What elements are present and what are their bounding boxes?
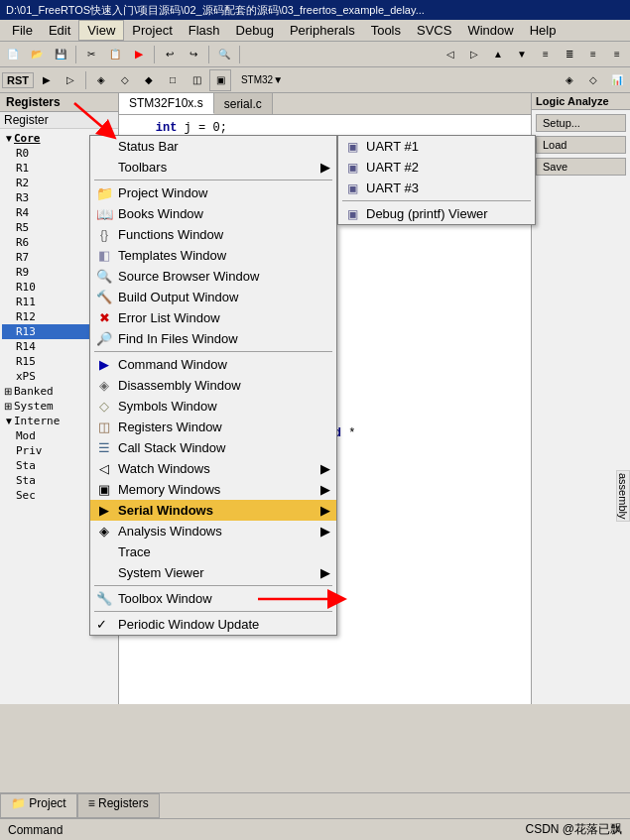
menu-tools[interactable]: Tools bbox=[363, 21, 409, 40]
watch-icon: ◁ bbox=[94, 461, 114, 476]
undo-btn[interactable]: ↩ bbox=[159, 44, 181, 65]
drop-serial-windows[interactable]: ▶ Serial Windows ▶ bbox=[90, 500, 336, 521]
sub-uart2[interactable]: ▣ UART #2 bbox=[338, 157, 535, 178]
menu-peripherals[interactable]: Peripherals bbox=[282, 21, 363, 40]
analysis-arrow: ▶ bbox=[313, 524, 330, 539]
open-btn[interactable]: 📂 bbox=[26, 44, 48, 65]
drop-project-window[interactable]: 📁 Project Window bbox=[90, 182, 336, 203]
chip-btn[interactable]: STM32▼ bbox=[237, 69, 287, 91]
debug-btn4[interactable]: □ bbox=[162, 69, 184, 91]
tab-serial[interactable]: serial.c bbox=[214, 93, 273, 114]
drop-periodic-update[interactable]: ✓ Periodic Window Update bbox=[90, 614, 336, 635]
tb-btn-3[interactable]: ▲ bbox=[487, 44, 509, 65]
step-btn[interactable]: ▶ bbox=[36, 69, 58, 91]
paste-btn[interactable]: ▶ bbox=[128, 44, 150, 65]
tb-btn-8[interactable]: ≡ bbox=[606, 44, 628, 65]
tab-project[interactable]: 📁 Project bbox=[0, 793, 77, 818]
debug-btn2[interactable]: ◇ bbox=[114, 69, 136, 91]
rst-btn[interactable]: RST bbox=[2, 72, 34, 88]
run-btn[interactable]: ▷ bbox=[60, 69, 81, 91]
drop-watch-windows[interactable]: ◁ Watch Windows ▶ bbox=[90, 458, 336, 479]
tab-bar: STM32F10x.s serial.c bbox=[119, 93, 531, 115]
toolbar-2: RST ▶ ▷ ◈ ◇ ◆ □ ◫ ▣ STM32▼ ◈ ◇ 📊 bbox=[0, 67, 630, 93]
copy-btn[interactable]: 📋 bbox=[104, 44, 126, 65]
extra-btn1[interactable]: ◈ bbox=[559, 69, 580, 91]
drop-find-in-files-window[interactable]: 🔎 Find In Files Window bbox=[90, 328, 336, 349]
redo-btn[interactable]: ↪ bbox=[183, 44, 204, 65]
view-menu-dropdown[interactable]: Status Bar Toolbars ▶ 📁 Project Window 📖… bbox=[89, 135, 337, 636]
toolbox-icon: 🔧 bbox=[94, 591, 114, 606]
right-panel: Logic Analyze Setup... Load Save assembl… bbox=[531, 93, 630, 704]
sep2 bbox=[154, 46, 155, 63]
extra-btn2[interactable]: ◇ bbox=[582, 69, 604, 91]
menu-window[interactable]: Window bbox=[459, 21, 521, 40]
sep1 bbox=[75, 46, 76, 63]
drop-analysis-windows[interactable]: ◈ Analysis Windows ▶ bbox=[90, 521, 336, 541]
drop-disassembly-window[interactable]: ◈ Disassembly Window bbox=[90, 375, 336, 396]
save-btn[interactable]: 💾 bbox=[50, 44, 71, 65]
setup-btn[interactable]: Setup... bbox=[536, 114, 626, 132]
find-btn[interactable]: 🔍 bbox=[213, 44, 235, 65]
tb-btn-2[interactable]: ▷ bbox=[463, 44, 485, 65]
sub-uart3[interactable]: ▣ UART #3 bbox=[338, 178, 535, 198]
drop-books-window[interactable]: 📖 Books Window bbox=[90, 203, 336, 224]
tab-stm32[interactable]: STM32F10x.s bbox=[119, 93, 214, 114]
menu-svcs[interactable]: SVCS bbox=[409, 21, 459, 40]
registers-icon: ◫ bbox=[94, 420, 114, 434]
drop-templates-window[interactable]: ◧ Templates Window bbox=[90, 245, 336, 266]
menu-flash[interactable]: Flash bbox=[181, 21, 228, 40]
tb-btn-4[interactable]: ▼ bbox=[511, 44, 533, 65]
debug-btn5[interactable]: ◫ bbox=[186, 69, 207, 91]
tb-btn-7[interactable]: ≡ bbox=[582, 44, 604, 65]
cut-btn[interactable]: ✂ bbox=[80, 44, 102, 65]
serial-submenu[interactable]: ▣ UART #1 ▣ UART #2 ▣ UART #3 ▣ Debug (p… bbox=[337, 135, 536, 225]
menu-file[interactable]: File bbox=[4, 21, 41, 40]
drop-toolbox-window[interactable]: 🔧 Toolbox Window bbox=[90, 588, 336, 609]
sub-debug-printf[interactable]: ▣ Debug (printf) Viewer bbox=[338, 203, 535, 224]
title-bar: D:\01_FreeRTOS快速入门\项目源码\02_源码配套的源码\03_fr… bbox=[0, 0, 630, 20]
sep3 bbox=[208, 46, 209, 63]
drop-memory-windows[interactable]: ▣ Memory Windows ▶ bbox=[90, 479, 336, 500]
drop-status-bar[interactable]: Status Bar bbox=[90, 136, 336, 157]
main-content: Registers Register ▼ Core R0 R1 R2 R3 R4… bbox=[0, 93, 630, 704]
find-files-icon: 🔎 bbox=[94, 331, 114, 346]
load-btn[interactable]: Load bbox=[536, 136, 626, 154]
menu-bar: File Edit View Project Flash Debug Perip… bbox=[0, 20, 630, 42]
uart2-icon: ▣ bbox=[342, 161, 362, 175]
drop-registers-window[interactable]: ◫ Registers Window bbox=[90, 417, 336, 437]
drop-system-viewer[interactable]: System Viewer ▶ bbox=[90, 562, 336, 583]
menu-view[interactable]: View bbox=[78, 20, 124, 41]
drop-functions-window[interactable]: {} Functions Window bbox=[90, 224, 336, 245]
sub-uart1[interactable]: ▣ UART #1 bbox=[338, 136, 535, 157]
debug-printf-icon: ▣ bbox=[342, 207, 362, 221]
menu-project[interactable]: Project bbox=[124, 21, 180, 40]
drop-command-window[interactable]: ▶ Command Window bbox=[90, 354, 336, 375]
tb-btn-1[interactable]: ◁ bbox=[440, 44, 461, 65]
new-btn[interactable]: 📄 bbox=[2, 44, 24, 65]
drop-build-output-window[interactable]: 🔨 Build Output Window bbox=[90, 287, 336, 307]
extra-btn3[interactable]: 📊 bbox=[606, 69, 628, 91]
menu-edit[interactable]: Edit bbox=[41, 21, 78, 40]
menu-sep-3 bbox=[94, 585, 332, 586]
debug-btn3[interactable]: ◆ bbox=[138, 69, 160, 91]
drop-call-stack-window[interactable]: ☰ Call Stack Window bbox=[90, 437, 336, 458]
drop-symbols-window[interactable]: ◇ Symbols Window bbox=[90, 396, 336, 417]
menu-help[interactable]: Help bbox=[522, 21, 565, 40]
debug-btn1[interactable]: ◈ bbox=[90, 69, 112, 91]
title-text: D:\01_FreeRTOS快速入门\项目源码\02_源码配套的源码\03_fr… bbox=[6, 3, 425, 18]
drop-toolbars[interactable]: Toolbars ▶ bbox=[90, 157, 336, 178]
debug-btn6[interactable]: ▣ bbox=[209, 69, 231, 91]
drop-trace[interactable]: Trace bbox=[90, 541, 336, 562]
save-logic-btn[interactable]: Save bbox=[536, 158, 626, 176]
watch-arrow: ▶ bbox=[313, 461, 330, 476]
logic-header: Logic Analyze bbox=[532, 93, 630, 110]
drop-source-browser-window[interactable]: 🔍 Source Browser Window bbox=[90, 266, 336, 287]
status-bar: Command CSDN @花落已飘 bbox=[0, 818, 630, 840]
tb-btn-6[interactable]: ≣ bbox=[559, 44, 580, 65]
memory-icon: ▣ bbox=[94, 482, 114, 497]
tb-btn-5[interactable]: ≡ bbox=[535, 44, 557, 65]
drop-error-list-window[interactable]: ✖ Error List Window bbox=[90, 307, 336, 328]
menu-debug[interactable]: Debug bbox=[228, 21, 282, 40]
tab-registers-bottom[interactable]: ≡ Registers bbox=[77, 793, 160, 818]
symbols-icon: ◇ bbox=[94, 399, 114, 414]
